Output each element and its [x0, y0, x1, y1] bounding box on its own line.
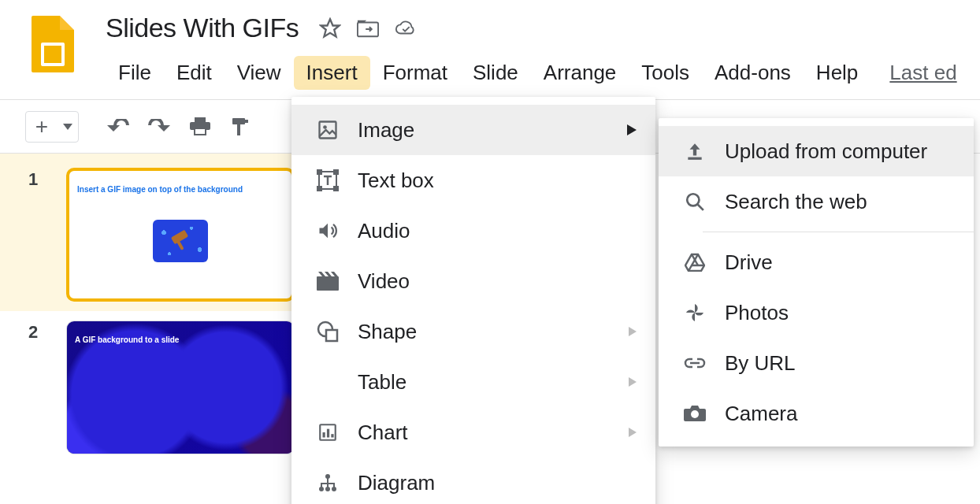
svg-marker-0: [321, 19, 340, 36]
menu-label: Camera: [725, 402, 955, 426]
svg-line-38: [697, 204, 703, 210]
submenu-arrow-icon: [629, 327, 637, 336]
link-icon: [677, 357, 712, 369]
svg-rect-15: [317, 187, 321, 191]
submenu-arrow-icon: [627, 124, 637, 135]
new-slide-button[interactable]: +: [25, 111, 79, 143]
svg-rect-31: [327, 478, 329, 483]
svg-rect-33: [321, 483, 322, 487]
move-icon[interactable]: [357, 17, 379, 39]
menu-label: Video: [358, 269, 637, 294]
cloud-status-icon[interactable]: [395, 17, 417, 39]
menu-addons[interactable]: Add-ons: [702, 56, 804, 90]
slide-1-gif-icon: [153, 220, 208, 262]
image-camera[interactable]: Camera: [659, 388, 974, 439]
title-area: Slides With GIFs: [106, 13, 957, 90]
last-edit-link[interactable]: Last ed: [889, 61, 956, 85]
menu-label: Chart: [358, 421, 629, 445]
undo-button[interactable]: [104, 113, 132, 141]
insert-video[interactable]: Video: [291, 256, 655, 306]
svg-point-44: [691, 410, 699, 418]
thumbnail-canvas: Insert a GIF image on top of the backgro…: [66, 168, 295, 302]
menu-label: Shape: [358, 320, 629, 344]
title-row: Slides With GIFs: [106, 13, 957, 43]
svg-rect-13: [317, 170, 321, 174]
svg-rect-17: [317, 276, 339, 291]
submenu-divider: [703, 232, 974, 232]
menu-label: Photos: [725, 301, 955, 325]
menu-slide[interactable]: Slide: [460, 56, 531, 90]
audio-icon: [310, 220, 345, 242]
slide-2-title: A GIF background to a slide: [67, 321, 294, 344]
svg-rect-35: [333, 483, 335, 487]
svg-rect-36: [688, 158, 701, 160]
menu-label: By URL: [725, 351, 955, 376]
chart-icon: [310, 422, 345, 443]
image-photos[interactable]: Photos: [659, 287, 974, 338]
svg-marker-20: [629, 327, 637, 336]
redo-button[interactable]: [145, 113, 173, 141]
menu-insert[interactable]: Insert: [294, 56, 370, 90]
slide-thumbnail-1[interactable]: 1 Insert a GIF image on top of the backg…: [0, 168, 299, 302]
svg-rect-5: [195, 128, 206, 135]
menu-label: Audio: [358, 219, 637, 243]
slide-panel: 1 Insert a GIF image on top of the backg…: [0, 154, 299, 499]
menu-file[interactable]: File: [106, 56, 164, 90]
insert-image[interactable]: Image: [291, 105, 655, 155]
print-button[interactable]: [186, 113, 214, 141]
image-icon: [310, 119, 345, 141]
svg-rect-14: [334, 170, 338, 174]
drive-icon: [677, 253, 712, 272]
image-drive[interactable]: Drive: [659, 237, 974, 287]
svg-rect-8: [237, 124, 240, 135]
menu-arrange[interactable]: Arrange: [531, 56, 629, 90]
menu-label: Drive: [725, 250, 955, 275]
textbox-icon: [310, 169, 345, 191]
svg-rect-16: [334, 187, 338, 191]
menu-label: Table: [358, 370, 629, 395]
paint-format-button[interactable]: [227, 113, 255, 141]
svg-rect-24: [327, 429, 329, 438]
document-title[interactable]: Slides With GIFs: [106, 13, 299, 43]
image-upload-from-computer[interactable]: Upload from computer: [659, 126, 974, 176]
svg-rect-19: [326, 330, 337, 341]
slides-logo-icon[interactable]: [32, 16, 74, 72]
menu-label: Search the web: [725, 190, 955, 214]
slide-number: 2: [28, 322, 38, 343]
video-icon: [310, 272, 345, 291]
svg-rect-34: [327, 483, 329, 487]
menu-format[interactable]: Format: [370, 56, 460, 90]
insert-shape[interactable]: Shape: [291, 306, 655, 357]
shape-icon: [310, 321, 345, 343]
svg-point-37: [687, 194, 699, 206]
image-submenu: Upload from computer Search the web Driv…: [659, 118, 974, 447]
submenu-arrow-icon: [629, 377, 637, 387]
menu-label: Text box: [358, 169, 637, 193]
insert-table[interactable]: Table: [291, 357, 655, 407]
insert-chart[interactable]: Chart: [291, 407, 655, 458]
menu-view[interactable]: View: [225, 56, 294, 90]
insert-textbox[interactable]: Text box: [291, 155, 655, 206]
insert-audio[interactable]: Audio: [291, 206, 655, 256]
app-header: Slides With GIFs: [0, 0, 980, 90]
svg-marker-2: [63, 124, 72, 130]
slide-1-title: Insert a GIF image on top of the backgro…: [69, 171, 291, 194]
menu-edit[interactable]: Edit: [164, 56, 225, 90]
slide-thumbnail-2[interactable]: 2 A GIF background to a slide: [0, 321, 299, 454]
submenu-arrow-icon: [629, 428, 637, 437]
svg-rect-7: [245, 120, 248, 123]
svg-marker-26: [629, 428, 637, 437]
svg-rect-6: [232, 118, 245, 124]
search-icon: [677, 191, 712, 212]
image-search-web[interactable]: Search the web: [659, 176, 974, 227]
svg-marker-39: [685, 254, 704, 271]
menu-help[interactable]: Help: [804, 56, 870, 90]
menu-tools[interactable]: Tools: [629, 56, 702, 90]
new-slide-caret-icon[interactable]: [58, 124, 78, 130]
insert-diagram[interactable]: Diagram: [291, 458, 655, 504]
svg-rect-25: [331, 434, 333, 437]
image-by-url[interactable]: By URL: [659, 338, 974, 388]
menubar: File Edit View Insert Format Slide Arran…: [106, 56, 957, 90]
star-icon[interactable]: [319, 17, 341, 39]
plus-icon: +: [26, 114, 58, 139]
